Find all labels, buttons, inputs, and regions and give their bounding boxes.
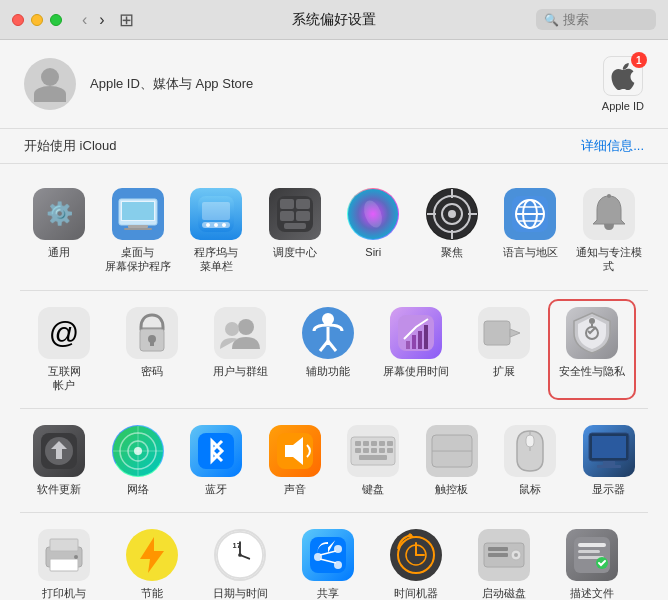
profile-label: 描述文件 xyxy=(570,586,614,600)
sound-icon xyxy=(269,425,321,477)
pref-security[interactable]: 安全性与隐私 xyxy=(548,299,636,401)
svg-point-9 xyxy=(214,223,218,227)
sharing-label: 共享 xyxy=(317,586,339,600)
svg-rect-67 xyxy=(363,441,369,446)
svg-line-43 xyxy=(328,341,336,351)
pref-internet[interactable]: @ 互联网 帐户 xyxy=(20,299,108,401)
pref-siri[interactable]: Siri xyxy=(334,180,413,282)
pref-general[interactable]: ⚙️ 通用 xyxy=(20,180,99,282)
pref-desktop[interactable]: 桌面与 屏幕保护程序 xyxy=(99,180,178,282)
desktop-label: 桌面与 屏幕保护程序 xyxy=(105,245,171,274)
svg-rect-45 xyxy=(406,341,410,349)
close-button[interactable] xyxy=(12,14,24,26)
section-hardware: 软件更新 xyxy=(20,417,648,504)
svg-rect-47 xyxy=(418,331,422,349)
pref-profile[interactable]: 描述文件 xyxy=(548,521,636,600)
preferences-grid: ⚙️ 通用 xyxy=(0,164,668,600)
swupdate-label: 软件更新 xyxy=(37,482,81,496)
pref-focus[interactable]: 聚焦 xyxy=(413,180,492,282)
pref-display[interactable]: 显示器 xyxy=(570,417,649,504)
svg-rect-14 xyxy=(280,211,294,221)
pref-datetime[interactable]: 17 日期与时间 xyxy=(196,521,284,600)
pref-keyboard[interactable]: 键盘 xyxy=(334,417,413,504)
svg-rect-68 xyxy=(371,441,377,446)
pref-sharing[interactable]: 共享 xyxy=(284,521,372,600)
pref-energy[interactable]: 节能 xyxy=(108,521,196,600)
pref-mouse[interactable]: 鼠标 xyxy=(491,417,570,504)
svg-rect-3 xyxy=(128,225,148,228)
apple-id-button[interactable]: 1 xyxy=(603,56,643,96)
pref-swupdate[interactable]: 软件更新 xyxy=(20,417,99,504)
access-icon xyxy=(302,307,354,359)
pref-users[interactable]: 用户与群组 xyxy=(196,299,284,401)
pref-dock[interactable]: 程序坞与 菜单栏 xyxy=(177,180,256,282)
extensions-label: 扩展 xyxy=(493,364,515,378)
keyboard-icon xyxy=(347,425,399,477)
icloud-link[interactable]: 详细信息... xyxy=(581,137,644,155)
screentime-label: 屏幕使用时间 xyxy=(383,364,449,378)
keyboard-label: 键盘 xyxy=(362,482,384,496)
svg-rect-114 xyxy=(578,543,606,547)
lang-icon xyxy=(504,188,556,240)
desktop-icon xyxy=(112,188,164,240)
pref-bt[interactable]: 蓝牙 xyxy=(177,417,256,504)
pref-access[interactable]: 辅助功能 xyxy=(284,299,372,401)
svg-rect-72 xyxy=(363,448,369,453)
access-label: 辅助功能 xyxy=(306,364,350,378)
title-bar: ‹ › ⊞ 系统偏好设置 🔍 xyxy=(0,0,668,40)
pref-print[interactable]: 打印机与 扫描仪 xyxy=(20,521,108,600)
pref-timemachine[interactable]: 时间机器 xyxy=(372,521,460,600)
forward-arrow[interactable]: › xyxy=(95,9,108,31)
swupdate-icon xyxy=(33,425,85,477)
maximize-button[interactable] xyxy=(50,14,62,26)
search-box[interactable]: 🔍 xyxy=(536,9,656,30)
timemachine-icon xyxy=(390,529,442,581)
pref-sound[interactable]: 声音 xyxy=(256,417,335,504)
disk-label: 启动磁盘 xyxy=(482,586,526,600)
disk-icon xyxy=(478,529,530,581)
users-label: 用户与群组 xyxy=(213,364,268,378)
pref-passwd[interactable]: 密码 xyxy=(108,299,196,401)
svg-rect-13 xyxy=(296,199,310,209)
apple-id-right: 1 Apple ID xyxy=(602,56,644,112)
back-arrow[interactable]: ‹ xyxy=(78,9,91,31)
extensions-icon xyxy=(478,307,530,359)
pref-network[interactable]: 网络 xyxy=(99,417,178,504)
content-area: Apple ID、媒体与 App Store 1 Apple ID 开始使用 i… xyxy=(0,40,668,600)
svg-rect-2 xyxy=(122,202,154,220)
svg-point-95 xyxy=(238,554,242,558)
passwd-label: 密码 xyxy=(141,364,163,378)
grid-icon[interactable]: ⊞ xyxy=(119,9,134,31)
svg-rect-46 xyxy=(412,335,416,349)
pref-notif[interactable]: 通知与专注模式 xyxy=(570,180,649,282)
prefs-row-2: @ 互联网 帐户 xyxy=(20,299,648,401)
svg-rect-82 xyxy=(592,436,626,458)
focus-label: 聚焦 xyxy=(441,245,463,259)
datetime-icon: 17 xyxy=(214,529,266,581)
svg-rect-73 xyxy=(371,448,377,453)
minimize-button[interactable] xyxy=(31,14,43,26)
pref-lang[interactable]: 语言与地区 xyxy=(491,180,570,282)
siri-icon xyxy=(347,188,399,240)
svg-line-42 xyxy=(320,341,328,351)
pref-extensions[interactable]: 扩展 xyxy=(460,299,548,401)
pref-disk[interactable]: 启动磁盘 xyxy=(460,521,548,600)
pref-trackpad[interactable]: 触控板 xyxy=(413,417,492,504)
general-icon: ⚙️ xyxy=(33,188,85,240)
apple-logo-icon xyxy=(609,62,637,90)
svg-rect-74 xyxy=(379,448,385,453)
print-label: 打印机与 扫描仪 xyxy=(42,586,86,600)
network-label: 网络 xyxy=(127,482,149,496)
profile-section[interactable]: Apple ID、媒体与 App Store 1 Apple ID xyxy=(0,40,668,129)
bt-label: 蓝牙 xyxy=(205,482,227,496)
internet-icon: @ xyxy=(38,307,90,359)
pref-mission[interactable]: 调度中心 xyxy=(256,180,335,282)
pref-screentime[interactable]: 屏幕使用时间 xyxy=(372,299,460,401)
mouse-label: 鼠标 xyxy=(519,482,541,496)
sharing-icon xyxy=(302,529,354,581)
energy-label: 节能 xyxy=(141,586,163,600)
svg-rect-86 xyxy=(50,539,78,551)
prefs-row-1: ⚙️ 通用 xyxy=(20,180,648,282)
avatar[interactable] xyxy=(24,58,76,110)
search-input[interactable] xyxy=(563,12,653,27)
